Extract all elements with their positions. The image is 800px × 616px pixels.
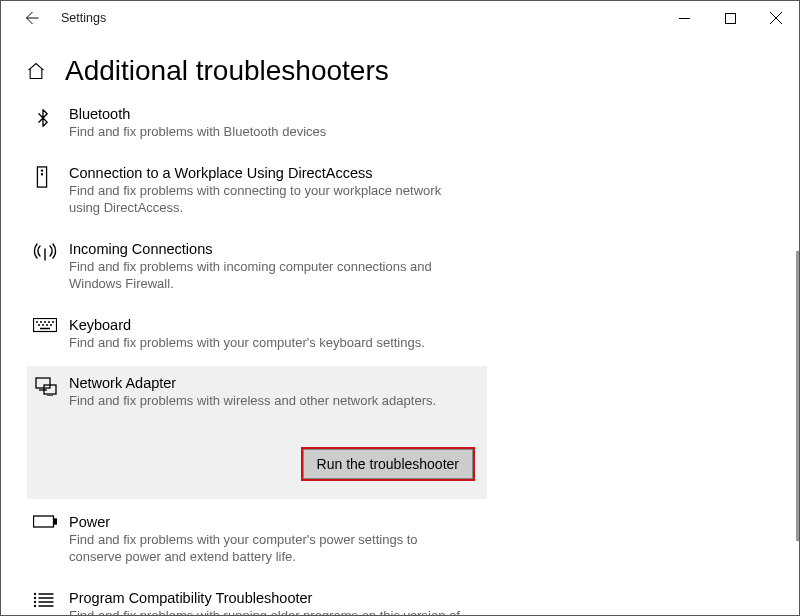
bluetooth-icon [33,107,59,129]
titlebar: Settings [1,1,799,35]
maximize-button[interactable] [707,2,753,34]
window-controls [661,2,799,34]
troubleshooter-network-adapter-selected: Network Adapter Find and fix problems wi… [27,366,487,499]
troubleshooter-network-adapter[interactable]: Network Adapter Find and fix problems wi… [27,366,487,419]
svg-rect-7 [34,318,57,331]
troubleshooter-incoming-connections[interactable]: Incoming Connections Find and fix proble… [27,232,487,302]
scrollbar[interactable] [796,251,799,541]
troubleshooter-title: Bluetooth [69,106,326,122]
troubleshooter-program-compatibility[interactable]: Program Compatibility Troubleshooter Fin… [27,581,487,616]
troubleshooter-title: Program Compatibility Troubleshooter [69,590,469,606]
page-title: Additional troubleshooters [65,55,389,87]
svg-point-30 [35,605,36,606]
troubleshooter-directaccess[interactable]: Connection to a Workplace Using DirectAc… [27,156,487,226]
troubleshooter-title: Incoming Connections [69,241,469,257]
troubleshooter-desc: Find and fix problems with wireless and … [69,392,436,410]
keyboard-icon [33,318,59,340]
troubleshooter-bluetooth[interactable]: Bluetooth Find and fix problems with Blu… [27,97,487,150]
server-icon [33,166,59,188]
svg-rect-18 [36,378,50,388]
troubleshooter-power[interactable]: Power Find and fix problems with your co… [27,505,487,575]
troubleshooter-desc: Find and fix problems with Bluetooth dev… [69,123,326,141]
svg-point-26 [35,597,36,598]
battery-icon [33,515,59,537]
network-adapter-icon [33,376,59,398]
troubleshooter-desc: Find and fix problems with incoming comp… [69,258,469,293]
troubleshooter-title: Power [69,514,469,530]
troubleshooter-desc: Find and fix problems with running older… [69,607,469,616]
troubleshooter-title: Network Adapter [69,375,436,391]
heading-row: Additional troubleshooters [1,35,799,97]
troubleshooter-keyboard[interactable]: Keyboard Find and fix problems with your… [27,308,487,361]
svg-point-6 [41,173,42,174]
svg-point-28 [35,601,36,602]
troubleshooter-title: Keyboard [69,317,425,333]
signal-icon [33,242,59,264]
svg-point-24 [35,593,36,594]
troubleshooter-desc: Find and fix problems with your computer… [69,531,469,566]
home-icon[interactable] [25,60,47,82]
list-icon [33,591,59,613]
app-title: Settings [61,11,106,25]
troubleshooter-title: Connection to a Workplace Using DirectAc… [69,165,469,181]
svg-rect-23 [54,519,57,524]
back-button[interactable] [17,4,45,32]
run-troubleshooter-button[interactable]: Run the troubleshooter [301,447,475,481]
minimize-button[interactable] [661,2,707,34]
svg-rect-22 [34,516,54,527]
close-button[interactable] [753,2,799,34]
troubleshooter-list: Bluetooth Find and fix problems with Blu… [1,97,799,616]
svg-rect-1 [725,13,735,23]
svg-point-5 [41,170,42,171]
troubleshooter-desc: Find and fix problems with connecting to… [69,182,469,217]
troubleshooter-desc: Find and fix problems with your computer… [69,334,425,352]
